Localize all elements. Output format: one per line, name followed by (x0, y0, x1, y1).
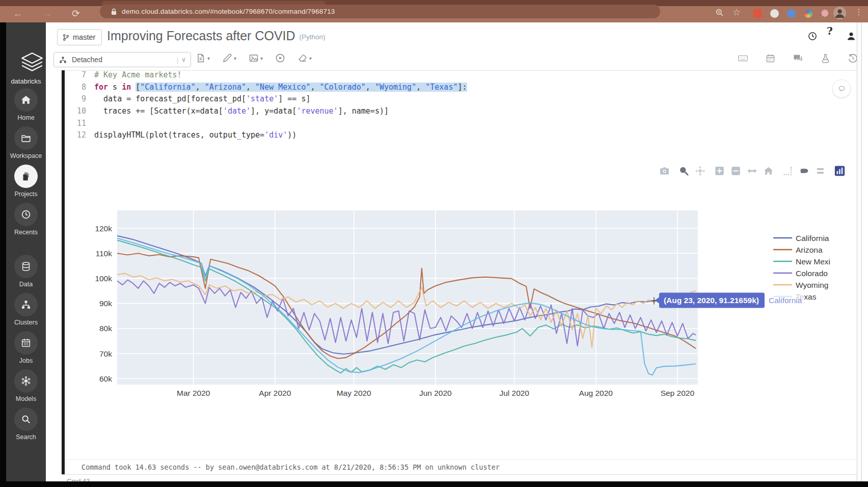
bookmark-star-icon[interactable]: ☆ (733, 7, 741, 18)
image-dropdown-button[interactable]: ▾ (249, 53, 263, 63)
code-line-8: 8for s in ["California", "Arizona", "New… (65, 82, 849, 94)
git-branch-button[interactable]: master (57, 29, 102, 45)
browser-chrome: ← → ⟳ demo.cloud.databricks.com/#noteboo… (0, 0, 868, 22)
calendar-icon (765, 53, 776, 64)
models-icon (20, 375, 32, 387)
sidebar-item-label: Workspace (6, 152, 46, 159)
svg-text:(Aug 23, 2020, 91.21659k): (Aug 23, 2020, 91.21659k) (664, 296, 759, 305)
eraser-dropdown-button[interactable]: ▾ (297, 53, 312, 63)
sidebar-item-label: Home (6, 114, 46, 121)
sidebar-item-models[interactable]: Models (6, 369, 46, 402)
y-axis-tick: 100k (95, 274, 112, 283)
clock-button[interactable] (807, 31, 818, 42)
keyboard-icon (738, 53, 748, 64)
toolbar-buttons: ▾▾▾▾ (196, 53, 312, 63)
legend-item-wyoming[interactable]: Wyoming (773, 281, 828, 289)
modebar-hover-compare-button[interactable] (815, 166, 826, 176)
modebar-plotly-logo-button[interactable] (834, 166, 845, 176)
legend-label: Arizona (796, 246, 823, 254)
modebar-spikelines-button[interactable] (782, 166, 793, 176)
plotly-logo-icon (834, 166, 845, 176)
comment-bubble-icon (837, 85, 846, 93)
extension-gray-icon[interactable] (770, 9, 779, 18)
sidebar-item-clusters[interactable]: Clusters (6, 293, 46, 326)
sidebar-item-workspace[interactable]: Workspace (6, 126, 46, 159)
notebook-scrollbar[interactable] (857, 22, 862, 481)
add-comment-button[interactable] (832, 79, 851, 98)
legend-item-california[interactable]: California (773, 234, 829, 242)
play-icon (275, 53, 285, 63)
home-icon (763, 166, 774, 176)
chevron-down-icon: ▾ (309, 56, 312, 61)
modebar-home-button[interactable] (763, 166, 774, 176)
browser-avatar[interactable] (833, 7, 846, 19)
dropdown-divider: | (177, 56, 178, 64)
revenue-line-chart[interactable]: 60k70k80k90k100k110k120kMar 2020Apr 2020… (92, 204, 830, 408)
git-branch-icon (62, 34, 70, 41)
clock-icon (807, 31, 818, 41)
browser-reload-button[interactable]: ⟳ (70, 8, 82, 19)
legend-item-new-mexico[interactable]: New Mexico (773, 257, 830, 266)
modebar-hover-closest-button[interactable] (799, 166, 809, 176)
sidebar-item-label: Models (6, 395, 46, 402)
zoom-icon (679, 166, 689, 176)
hover-compare-icon (815, 166, 826, 176)
comments-button[interactable] (793, 53, 803, 64)
extension-orange-icon[interactable] (753, 9, 762, 18)
extension-multicolor-icon[interactable] (804, 9, 812, 18)
extension-pink-icon[interactable] (821, 9, 829, 18)
sidebar-item-recents[interactable]: Recents (6, 203, 46, 236)
image-icon (249, 53, 259, 63)
y-axis-tick: 120k (95, 224, 112, 233)
person-button[interactable] (846, 31, 857, 42)
notebook-title: Improving Forecasts after COVID(Python) (107, 29, 326, 43)
browser-menu-kebab[interactable]: ⋮ (855, 7, 861, 17)
sidebar-item-projects[interactable]: Projects (6, 165, 46, 198)
browser-forward-button[interactable]: → (42, 8, 53, 19)
modebar-zoom-button[interactable] (679, 166, 689, 176)
flask-button[interactable] (820, 53, 831, 64)
browser-back-button[interactable]: ← (12, 8, 23, 19)
address-bar[interactable]: demo.cloud.databricks.com/#notebook/7968… (100, 5, 660, 18)
cell-footer-divider (65, 459, 857, 459)
x-axis-tick: Aug 2020 (579, 389, 613, 397)
modebar-zoom-out-button[interactable] (730, 166, 741, 176)
camera-icon (659, 166, 670, 176)
chevron-down-icon: ▾ (260, 56, 263, 61)
legend-item-colorado[interactable]: Colorado (773, 269, 828, 278)
calendar-button[interactable] (765, 53, 776, 64)
code-editor[interactable]: 7# Key Acme markets!8for s in ["Californ… (65, 69, 849, 142)
cluster-dropdown[interactable]: Detached | ∨ (53, 52, 191, 67)
databricks-logo-icon[interactable] (19, 51, 45, 74)
sidebar-item-search[interactable]: Search (6, 408, 46, 441)
letterbox-left (0, 22, 6, 487)
help-button[interactable]: ? (826, 31, 837, 42)
x-axis-tick: Apr 2020 (259, 389, 291, 397)
play-dropdown-button[interactable] (275, 53, 285, 63)
modebar-zoom-in-button[interactable] (714, 166, 725, 176)
eraser-icon (297, 53, 308, 63)
legend-item-arizona[interactable]: Arizona (773, 246, 823, 254)
y-axis-tick: 70k (99, 349, 112, 358)
notebook-language: (Python) (300, 33, 326, 41)
modebar-camera-button[interactable] (659, 166, 670, 176)
file-dropdown-button[interactable]: ▾ (196, 53, 210, 63)
modebar-autoscale-button[interactable] (747, 166, 757, 176)
flask-icon (820, 53, 831, 64)
sidebar-item-jobs[interactable]: Jobs (6, 331, 46, 364)
pencil-dropdown-button[interactable]: ▾ (222, 53, 236, 63)
code-line-9: 9 data = forecast_pd[forecast_pd['state'… (65, 93, 849, 105)
sidebar-item-home[interactable]: Home (6, 88, 46, 121)
sidebar-item-label: Recents (6, 229, 46, 236)
y-axis-tick: 110k (96, 249, 113, 258)
sidebar-item-data[interactable]: Data (6, 255, 46, 288)
legend-label: California (796, 234, 829, 242)
code-line-10: 10 traces += [Scatter(x=data['date'], y=… (65, 105, 849, 118)
code-line-12: 12displayHTML(plot(traces, output_type='… (65, 129, 849, 142)
modebar-pan-button[interactable] (695, 166, 706, 176)
browser-zoom-icon[interactable] (714, 8, 724, 18)
keyboard-button[interactable] (738, 53, 748, 64)
chart-plot-area[interactable] (117, 210, 698, 385)
cluster-label: Detached (72, 56, 177, 64)
extension-blue-icon[interactable] (787, 9, 796, 18)
